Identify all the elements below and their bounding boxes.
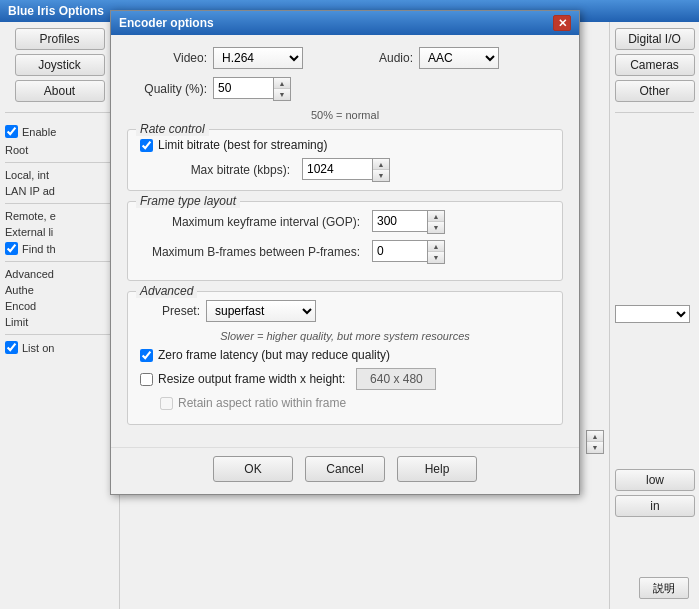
max-keyframe-input[interactable] bbox=[372, 210, 427, 232]
advanced-section: Advanced Preset: superfast veryfast fast… bbox=[127, 291, 563, 425]
bg-in-btn[interactable]: in bbox=[615, 495, 695, 517]
quality-down-btn[interactable]: ▼ bbox=[274, 89, 290, 100]
bg-enable-label: Enable bbox=[22, 126, 56, 138]
bg-remote-label: Remote, e bbox=[0, 208, 119, 224]
bg-find-label: Find th bbox=[22, 243, 56, 255]
bg-liston-label: List on bbox=[22, 342, 54, 354]
max-bitrate-spinbox: ▲ ▼ bbox=[302, 158, 390, 182]
quality-hint: 50% = normal bbox=[127, 109, 563, 121]
limit-bitrate-checkbox[interactable] bbox=[140, 139, 153, 152]
right-btn-other[interactable]: Other bbox=[615, 80, 695, 102]
bg-encod-label: Encod bbox=[0, 298, 119, 314]
bg-liston-checkbox[interactable] bbox=[5, 341, 18, 354]
bg-bottom-btn[interactable]: 説明 bbox=[639, 577, 689, 599]
video-select[interactable]: H.264 H.265 MPEG-4 MJPEG bbox=[213, 47, 303, 69]
max-keyframe-up-btn[interactable]: ▲ bbox=[428, 211, 444, 222]
retain-aspect-label: Retain aspect ratio within frame bbox=[178, 396, 346, 410]
frame-type-section: Frame type layout Maximum keyframe inter… bbox=[127, 201, 563, 281]
preset-select[interactable]: superfast veryfast faster fast medium sl… bbox=[206, 300, 316, 322]
max-bitrate-down-btn[interactable]: ▼ bbox=[373, 170, 389, 181]
resize-output-checkbox[interactable] bbox=[140, 373, 153, 386]
bg-right-panel: Digital I/O Cameras Other low in 説明 bbox=[609, 22, 699, 609]
limit-bitrate-label[interactable]: Limit bitrate (best for streaming) bbox=[158, 138, 327, 152]
quality-spinbox: ▲ ▼ bbox=[213, 77, 291, 101]
quality-row: Quality (%): ▲ ▼ bbox=[127, 77, 563, 101]
bg-external-label: External li bbox=[0, 224, 119, 240]
rate-control-title: Rate control bbox=[136, 122, 209, 136]
right-btn-digital-io[interactable]: Digital I/O bbox=[615, 28, 695, 50]
bg-right-dropdown[interactable] bbox=[615, 305, 690, 323]
max-bitrate-up-btn[interactable]: ▲ bbox=[373, 159, 389, 170]
bg-spinners: ▲ ▼ bbox=[586, 430, 604, 454]
retain-aspect-checkbox[interactable] bbox=[160, 397, 173, 410]
max-bframes-spinbox: ▲ ▼ bbox=[372, 240, 445, 264]
encoder-options-dialog: Encoder options ✕ Video: H.264 H.265 MPE… bbox=[110, 10, 580, 495]
max-bframes-label: Maximum B-frames between P-frames: bbox=[140, 245, 360, 259]
zero-latency-row: Zero frame latency (but may reduce quali… bbox=[140, 348, 550, 362]
max-bframes-up-btn[interactable]: ▲ bbox=[428, 241, 444, 252]
ok-button[interactable]: OK bbox=[213, 456, 293, 482]
frame-type-title: Frame type layout bbox=[136, 194, 240, 208]
max-keyframe-spinbox: ▲ ▼ bbox=[372, 210, 445, 234]
zero-latency-checkbox[interactable] bbox=[140, 349, 153, 362]
modal-body: Video: H.264 H.265 MPEG-4 MJPEG Audio: A… bbox=[111, 35, 579, 447]
max-bframes-down-btn[interactable]: ▼ bbox=[428, 252, 444, 263]
audio-label: Audio: bbox=[333, 51, 413, 65]
bg-advanced-label: Advanced bbox=[0, 266, 119, 282]
zero-latency-label[interactable]: Zero frame latency (but may reduce quali… bbox=[158, 348, 390, 362]
bg-spinner-down[interactable]: ▼ bbox=[587, 442, 603, 453]
max-keyframe-row: Maximum keyframe interval (GOP): ▲ ▼ bbox=[140, 210, 550, 234]
quality-label: Quality (%): bbox=[127, 82, 207, 96]
bg-spinner-up[interactable]: ▲ bbox=[587, 431, 603, 442]
preset-row: Preset: superfast veryfast faster fast m… bbox=[140, 300, 550, 322]
bg-root-label: Root bbox=[0, 142, 119, 158]
quality-input[interactable] bbox=[213, 77, 273, 99]
bg-sidebar: Profiles Joystick About Enable Root Loca… bbox=[0, 22, 120, 609]
max-bframes-row: Maximum B-frames between P-frames: ▲ ▼ bbox=[140, 240, 550, 264]
sidebar-btn-profiles[interactable]: Profiles bbox=[15, 28, 105, 50]
bg-lanip-label: LAN IP ad bbox=[0, 183, 119, 199]
max-bitrate-row: Max bitrate (kbps): ▲ ▼ bbox=[160, 158, 550, 182]
modal-title: Encoder options bbox=[119, 16, 214, 30]
resize-output-input[interactable] bbox=[356, 368, 436, 390]
video-label: Video: bbox=[127, 51, 207, 65]
preset-label: Preset: bbox=[140, 304, 200, 318]
right-btn-cameras[interactable]: Cameras bbox=[615, 54, 695, 76]
max-bitrate-label: Max bitrate (kbps): bbox=[160, 163, 290, 177]
sidebar-btn-about[interactable]: About bbox=[15, 80, 105, 102]
bg-find-checkbox[interactable] bbox=[5, 242, 18, 255]
slower-hint: Slower = higher quality, but more system… bbox=[140, 330, 550, 342]
max-keyframe-down-btn[interactable]: ▼ bbox=[428, 222, 444, 233]
bg-low-btn[interactable]: low bbox=[615, 469, 695, 491]
bg-local-label: Local, int bbox=[0, 167, 119, 183]
sidebar-btn-joystick[interactable]: Joystick bbox=[15, 54, 105, 76]
audio-select[interactable]: AAC MP3 None bbox=[419, 47, 499, 69]
bg-enable-checkbox[interactable] bbox=[5, 125, 18, 138]
modal-titlebar: Encoder options ✕ bbox=[111, 11, 579, 35]
cancel-button[interactable]: Cancel bbox=[305, 456, 385, 482]
resize-output-row: Resize output frame width x height: bbox=[140, 368, 550, 390]
advanced-title: Advanced bbox=[136, 284, 197, 298]
bg-limit-label: Limit bbox=[0, 314, 119, 330]
rate-control-section: Rate control Limit bitrate (best for str… bbox=[127, 129, 563, 191]
help-button[interactable]: Help bbox=[397, 456, 477, 482]
resize-output-label[interactable]: Resize output frame width x height: bbox=[158, 372, 345, 386]
retain-aspect-row: Retain aspect ratio within frame bbox=[140, 396, 550, 410]
modal-close-button[interactable]: ✕ bbox=[553, 15, 571, 31]
modal-footer: OK Cancel Help bbox=[111, 447, 579, 494]
limit-bitrate-row: Limit bitrate (best for streaming) bbox=[140, 138, 550, 152]
video-audio-row: Video: H.264 H.265 MPEG-4 MJPEG Audio: A… bbox=[127, 47, 563, 69]
bg-title: Blue Iris Options bbox=[8, 4, 104, 18]
bg-authe-label: Authe bbox=[0, 282, 119, 298]
max-keyframe-label: Maximum keyframe interval (GOP): bbox=[140, 215, 360, 229]
quality-up-btn[interactable]: ▲ bbox=[274, 78, 290, 89]
max-bframes-input[interactable] bbox=[372, 240, 427, 262]
max-bitrate-input[interactable] bbox=[302, 158, 372, 180]
